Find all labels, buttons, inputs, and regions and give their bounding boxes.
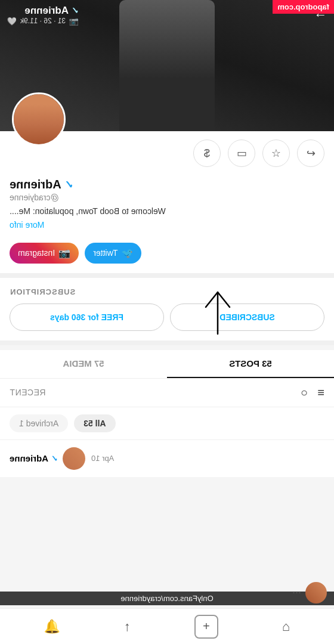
free-trial-button[interactable]: FREE for 360 days <box>10 304 164 331</box>
add-content-button[interactable]: + <box>194 615 218 639</box>
filter-left: ≡ ○ <box>301 386 324 400</box>
filter-bar: ≡ ○ RECENT <box>0 379 334 407</box>
twitter-button[interactable]: 🐦 Twitter <box>85 243 141 264</box>
profile-bio: Welcome to Boob Town, population: Me.... <box>10 206 324 218</box>
tab-media[interactable]: 57 MEDIA <box>0 350 167 378</box>
more-info-link[interactable]: More info <box>10 220 324 230</box>
verified-icon: ✓ <box>64 178 73 191</box>
subscription-title: SUBSCRIPTION <box>10 287 324 296</box>
chip-archived[interactable]: Archived 1 <box>10 414 68 432</box>
subscription-buttons: SUBSCRIBED FREE for 360 days <box>10 304 324 331</box>
favorite-button[interactable]: ☆ <box>262 140 290 167</box>
post-preview: Apr 10 ✓ Adrienne <box>0 439 334 477</box>
top-bar-stats: 📷 31 · 26 · 11.9k 🤍 <box>7 17 79 26</box>
upload-icon[interactable]: ↑ <box>124 619 131 634</box>
search-icon[interactable]: ○ <box>301 386 308 400</box>
instagram-button[interactable]: 📷 Instagram <box>10 243 79 264</box>
social-links: 🐦 Twitter 📷 Instagram <box>0 237 334 273</box>
top-bar-name: ✓ Adrienne <box>7 5 79 17</box>
bottom-nav: ⌂ + ↑ 🔔 <box>0 608 334 644</box>
profile-avatar <box>12 92 66 146</box>
subscribed-button[interactable]: SUBSCRIBED <box>170 304 324 331</box>
back-button[interactable]: ↩ <box>297 140 324 167</box>
chips-row: All 53 Archived 1 <box>0 407 334 439</box>
message-button[interactable]: ▭ <box>228 140 255 167</box>
tip-button[interactable]: $ <box>193 140 221 167</box>
subscription-section: SUBSCRIPTION SUBSCRIBED FREE for 360 day… <box>0 278 334 340</box>
recent-label: RECENT <box>10 388 46 397</box>
section-divider <box>0 273 334 278</box>
content-area: ↩ ☆ ▭ $ ✓ Adrienne @cradyienne Welcome t… <box>0 131 334 273</box>
post-name: ✓ Adrienne <box>10 453 58 463</box>
bottom-nav-avatar <box>305 582 327 603</box>
profile-info: ✓ Adrienne @cradyienne Welcome to Boob T… <box>0 175 334 237</box>
profile-handle: @cradyienne <box>10 193 324 202</box>
chip-all[interactable]: All 53 <box>74 414 115 432</box>
post-avatar <box>63 447 85 470</box>
twitter-icon: 🐦 <box>121 247 133 259</box>
bottom-url-bar: OnlyFans.com/craydrienne <box>0 592 334 605</box>
tab-posts[interactable]: 53 POSTS <box>167 350 334 378</box>
avatar-image <box>14 94 64 144</box>
filter-icon[interactable]: ≡ <box>317 386 324 400</box>
tabs-row: 53 POSTS 57 MEDIA <box>0 350 334 378</box>
three-dots-menu[interactable]: ... <box>292 584 301 596</box>
profile-name: ✓ Adrienne <box>10 178 324 191</box>
instagram-icon: 📷 <box>58 247 70 259</box>
home-icon[interactable]: ⌂ <box>282 619 290 634</box>
notification-icon[interactable]: 🔔 <box>44 619 60 634</box>
post-date: Apr 10 <box>91 454 324 463</box>
section-divider-2 <box>0 340 334 345</box>
tabs-section: 53 POSTS 57 MEDIA <box>0 350 334 379</box>
post-verified-icon: ✓ <box>51 454 58 463</box>
post-user: ✓ Adrienne <box>10 447 85 470</box>
watermark: fapodrop.com <box>273 0 334 14</box>
